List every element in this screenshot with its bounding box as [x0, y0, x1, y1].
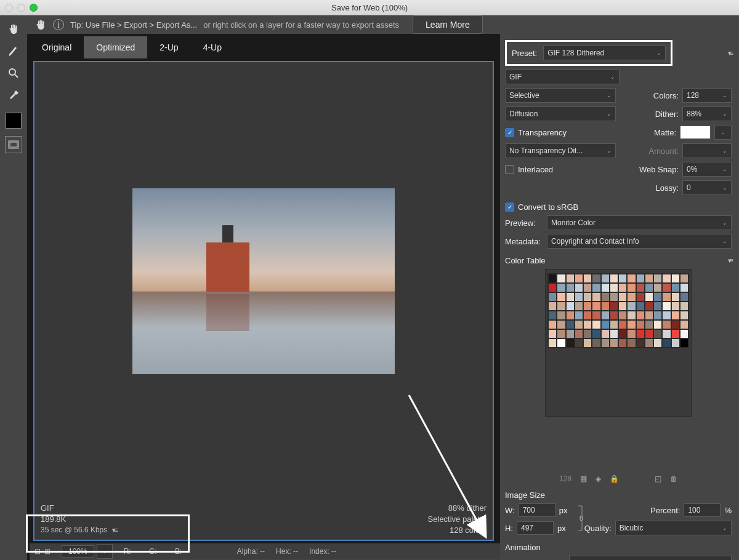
height-input[interactable] [517, 521, 554, 535]
preset-select[interactable]: GIF 128 Dithered⌄ [543, 46, 666, 60]
srgb-checkbox[interactable]: ✓ [505, 202, 514, 212]
percent-input[interactable] [684, 503, 721, 517]
ct-icon-2[interactable]: ◈ [596, 474, 601, 483]
dither-type-select[interactable]: Diffusion⌄ [505, 106, 616, 121]
minimize-window-icon[interactable] [17, 4, 25, 12]
dither-label: Dither: [621, 110, 679, 119]
eyedropper-color-swatch[interactable] [6, 113, 22, 129]
close-window-icon[interactable] [5, 4, 13, 12]
minus-icon[interactable]: ⊟ [34, 547, 41, 556]
format-select[interactable]: GIF⌄ [505, 70, 620, 84]
tool-column [0, 15, 27, 560]
zoom-window-icon[interactable] [30, 4, 38, 12]
tip-bar: i Tip: Use File > Export > Export As... … [27, 15, 739, 34]
preview-meta: GIF 189.8K 35 sec @ 56.6 Kbps▾≡ 88% dith… [34, 500, 493, 540]
colors-label: Colors: [621, 91, 679, 100]
zoom-tool-icon[interactable] [6, 66, 21, 81]
optimize-menu-icon[interactable]: ▾≡ [728, 49, 732, 57]
dither-value-select[interactable]: 88%⌄ [682, 106, 732, 121]
meta-colors: 128 colors [428, 526, 487, 535]
image-size-label: Image Size [505, 490, 732, 500]
tab-4up[interactable]: 4-Up [191, 36, 234, 58]
websnap-label: Web Snap: [621, 165, 679, 174]
hand-tool-icon[interactable] [6, 22, 21, 36]
matte-dropdown[interactable]: ⌄ [714, 125, 732, 140]
hand-icon [34, 18, 47, 31]
svg-rect-2 [10, 142, 17, 147]
percent-unit: % [724, 506, 732, 515]
quality-label: Quality: [584, 524, 612, 533]
amount-select: ⌄ [682, 143, 732, 158]
color-reduction-select[interactable]: Selective⌄ [505, 88, 616, 103]
window-title: Save for Web (100%) [331, 3, 408, 12]
tab-2up[interactable]: 2-Up [147, 36, 190, 58]
trash-icon[interactable]: 🗑 [670, 474, 677, 483]
srgb-label: Convert to sRGB [518, 202, 578, 212]
websnap-select[interactable]: 0%⌄ [682, 162, 732, 177]
preset-highlight: Preset: GIF 128 Dithered⌄ [505, 40, 672, 66]
lossy-label: Lossy: [621, 183, 679, 193]
ct-icon-1[interactable]: ▦ [580, 474, 587, 483]
color-table-footer: 128 ▦ ◈ 🔒 ◰ 🗑 [505, 474, 732, 483]
animation-label: Animation [505, 543, 732, 552]
titlebar: Save for Web (100%) [0, 0, 739, 15]
preview-canvas[interactable]: GIF 189.8K 35 sec @ 56.6 Kbps▾≡ 88% dith… [33, 61, 494, 541]
tip-text: Tip: Use File > Export > Export As... [70, 20, 197, 30]
color-table[interactable] [547, 273, 689, 348]
status-alpha: Alpha: -- [237, 547, 265, 556]
width-input[interactable] [519, 503, 555, 517]
lock-icon[interactable]: 🔒 [610, 474, 619, 483]
zoom-value[interactable]: 100% [62, 545, 94, 558]
info-icon: i [53, 19, 64, 30]
meta-palette: Selective palette [428, 514, 487, 524]
svg-point-0 [9, 69, 15, 75]
color-table-menu-icon[interactable]: ▾≡ [728, 257, 732, 265]
metadata-select[interactable]: Copyright and Contact Info⌄ [547, 234, 732, 249]
meta-format: GIF [41, 503, 116, 513]
percent-label: Percent: [650, 506, 680, 515]
transparency-dither-select[interactable]: No Transparency Dit...⌄ [505, 143, 616, 158]
tab-optimized[interactable]: Optimized [84, 36, 147, 58]
settings-panel: Preset: GIF 128 Dithered⌄ ▾≡ GIF⌄ Select… [500, 34, 739, 560]
status-r: R: -- [124, 547, 138, 556]
traffic-lights [5, 4, 38, 12]
new-color-icon[interactable]: ◰ [655, 474, 661, 483]
colors-select[interactable]: 128⌄ [682, 88, 732, 103]
status-index: Index: -- [309, 547, 336, 556]
color-table-area [545, 269, 692, 417]
slice-tool-icon[interactable] [6, 44, 21, 58]
meta-size: 189.8K [41, 514, 116, 524]
color-table-label: Color Table [505, 256, 546, 265]
h-label: H: [505, 524, 513, 533]
tip-text2: or right click on a layer for a faster w… [203, 20, 399, 30]
preset-label: Preset: [512, 49, 537, 58]
interlaced-label: Interlaced [518, 165, 553, 174]
zoom-dropdown[interactable]: ⌄ [97, 544, 113, 559]
eyedropper-tool-icon[interactable] [6, 88, 21, 103]
learn-more-button[interactable]: Learn More [413, 15, 483, 34]
status-b: B: -- [175, 547, 189, 556]
preview-image [132, 188, 395, 374]
status-bar: ⊟ ⊞ 100%⌄ R: -- G: -- B: -- Alpha: -- He… [30, 543, 500, 559]
image-preview [34, 62, 493, 500]
matte-swatch[interactable] [680, 126, 711, 139]
meta-time: 35 sec @ 56.6 Kbps [41, 526, 107, 534]
transparency-checkbox[interactable]: ✓ [505, 128, 514, 137]
quality-select[interactable]: Bicubic⌄ [615, 521, 732, 535]
status-hex: Hex: -- [276, 547, 298, 556]
preview-menu-icon[interactable]: ▾≡ [112, 526, 116, 534]
preview-profile-select[interactable]: Monitor Color⌄ [547, 215, 732, 230]
looping-select[interactable]: Forever⌄ [569, 556, 732, 560]
amount-label: Amount: [621, 146, 679, 156]
preview-profile-label: Preview: [505, 218, 543, 228]
color-count: 128 [559, 474, 571, 483]
matte-label: Matte: [621, 128, 676, 137]
preview-tabs: Original Optimized 2-Up 4-Up [30, 36, 500, 58]
interlaced-checkbox[interactable] [505, 165, 514, 174]
plus-icon[interactable]: ⊞ [44, 547, 50, 556]
status-g: G: -- [149, 547, 164, 556]
toggle-slices-icon[interactable] [5, 136, 22, 153]
tab-original[interactable]: Original [30, 36, 84, 58]
px-label: px [559, 506, 568, 515]
lossy-select[interactable]: 0⌄ [682, 180, 732, 195]
